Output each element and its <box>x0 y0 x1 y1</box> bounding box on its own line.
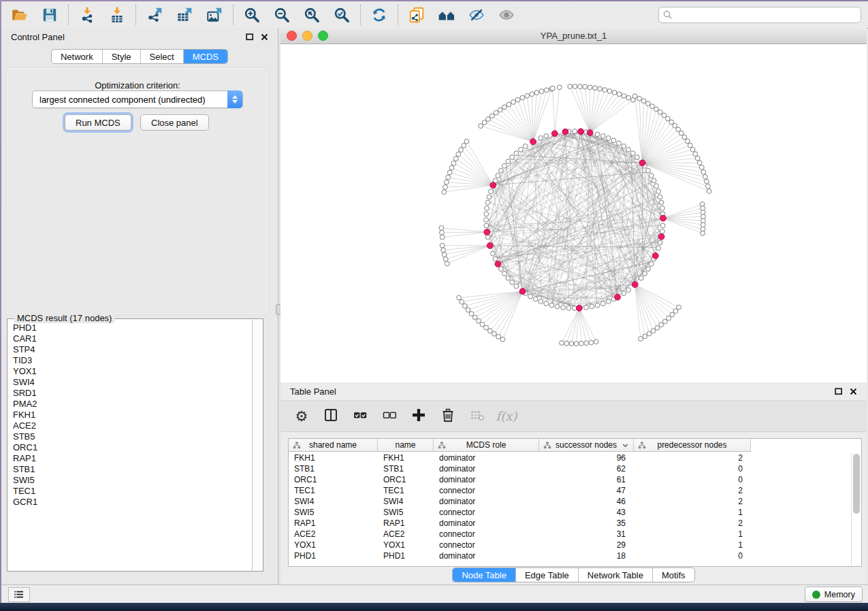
cell-MCDS-role[interactable]: connector <box>434 485 539 496</box>
table-row[interactable]: ACE2ACE2connector311 <box>289 529 851 540</box>
cell-name[interactable]: FKH1 <box>378 452 434 463</box>
window-minimize-icon[interactable] <box>302 31 312 41</box>
close-panel-button[interactable]: Close panel <box>140 114 209 131</box>
table-settings-button[interactable]: ⚙ <box>291 406 312 427</box>
delete-columns-button[interactable] <box>438 406 458 427</box>
cell-successor-nodes[interactable]: 43 <box>539 507 634 518</box>
cell-name[interactable]: ACE2 <box>378 529 434 540</box>
mcds-result-item[interactable]: GCR1 <box>7 497 252 508</box>
mcds-result-item[interactable]: TEC1 <box>7 486 252 497</box>
cell-MCDS-role[interactable]: dominator <box>434 550 539 561</box>
table-row[interactable]: RAP1RAP1dominator352 <box>289 518 851 529</box>
cell-shared-name[interactable]: ACE2 <box>289 529 378 540</box>
table-scrollbar[interactable] <box>851 452 861 565</box>
mcds-result-scrollbar[interactable] <box>252 320 263 570</box>
column-header-name[interactable]: name <box>378 439 434 452</box>
cell-MCDS-role[interactable]: dominator <box>434 518 539 529</box>
cell-successor-nodes[interactable]: 62 <box>539 463 634 474</box>
cell-successor-nodes[interactable]: 18 <box>539 550 634 561</box>
close-panel-icon[interactable] <box>850 388 857 395</box>
cell-shared-name[interactable]: ORC1 <box>289 474 378 485</box>
mcds-result-item[interactable]: SWI4 <box>7 377 252 388</box>
table-scrollbar-thumb[interactable] <box>853 454 860 514</box>
column-header-predecessor-nodes[interactable]: predecessor nodes <box>634 439 751 452</box>
column-header-successor-nodes[interactable]: successor nodes <box>539 439 634 452</box>
cell-successor-nodes[interactable]: 61 <box>539 474 634 485</box>
cell-shared-name[interactable]: FKH1 <box>289 452 378 463</box>
cell-shared-name[interactable]: PHD1 <box>289 550 378 561</box>
cell-predecessor-nodes[interactable]: 2 <box>634 485 751 496</box>
duplicate-network-button[interactable] <box>406 4 428 26</box>
cell-MCDS-role[interactable]: dominator <box>434 474 539 485</box>
cell-shared-name[interactable]: STB1 <box>289 463 378 474</box>
mcds-result-item[interactable]: FKH1 <box>7 410 252 420</box>
cell-MCDS-role[interactable]: connector <box>434 529 539 540</box>
tab-edge-table[interactable]: Edge Table <box>515 568 578 582</box>
cell-name[interactable]: SWI4 <box>378 496 434 507</box>
split-columns-button[interactable] <box>321 406 341 427</box>
tab-mcds[interactable]: MCDS <box>183 50 227 63</box>
search-input[interactable] <box>658 7 861 23</box>
cell-MCDS-role[interactable]: connector <box>434 507 539 518</box>
cell-predecessor-nodes[interactable]: 1 <box>634 540 751 550</box>
cell-MCDS-role[interactable]: dominator <box>434 463 539 474</box>
cell-name[interactable]: RAP1 <box>378 518 434 529</box>
table-row[interactable]: SWI4SWI4dominator462 <box>289 496 851 507</box>
tab-style[interactable]: Style <box>102 50 140 63</box>
network-canvas[interactable] <box>280 44 867 382</box>
column-header-MCDS-role[interactable]: MCDS role <box>434 439 539 452</box>
mcds-result-item[interactable]: PHD1 <box>7 323 252 333</box>
column-header-shared-name[interactable]: shared name <box>289 439 378 452</box>
table-row[interactable]: TEC1TEC1connector472 <box>289 485 851 496</box>
hide-selected-button[interactable] <box>466 4 487 26</box>
float-panel-icon[interactable] <box>835 388 843 395</box>
import-network-button[interactable] <box>76 4 98 26</box>
mcds-result-item[interactable]: CAR1 <box>7 333 252 344</box>
mcds-result-item[interactable]: STB1 <box>7 464 252 475</box>
table-row[interactable]: STB1STB1dominator620 <box>289 463 851 474</box>
export-table-button[interactable] <box>174 4 195 26</box>
cell-predecessor-nodes[interactable]: 0 <box>634 474 751 485</box>
table-row[interactable]: ORC1ORC1dominator610 <box>289 474 851 485</box>
mcds-result-item[interactable]: STP4 <box>7 344 252 355</box>
cell-name[interactable]: SWI5 <box>378 507 434 518</box>
export-image-button[interactable] <box>204 4 225 26</box>
table-row[interactable]: PHD1PHD1dominator180 <box>289 550 851 561</box>
export-network-button[interactable] <box>144 4 165 26</box>
tab-motifs[interactable]: Motifs <box>652 568 694 582</box>
mcds-result-item[interactable]: ORC1 <box>7 442 252 453</box>
mcds-result-item[interactable]: YOX1 <box>7 366 252 377</box>
mcds-result-item[interactable]: SWI5 <box>7 475 252 486</box>
task-history-button[interactable] <box>8 587 30 602</box>
select-all-columns-button[interactable] <box>350 406 370 427</box>
cell-name[interactable]: TEC1 <box>378 485 434 496</box>
cell-shared-name[interactable]: TEC1 <box>289 485 378 496</box>
cell-predecessor-nodes[interactable]: 0 <box>634 550 751 561</box>
tab-select[interactable]: Select <box>140 50 183 63</box>
cell-MCDS-role[interactable]: dominator <box>434 496 539 507</box>
mcds-result-item[interactable]: STB5 <box>7 431 252 442</box>
mcds-result-item[interactable]: PMA2 <box>7 399 252 410</box>
optimization-criterion-select[interactable]: largest connected component (undirected) <box>32 90 243 108</box>
import-table-button[interactable] <box>106 4 128 26</box>
table-row[interactable]: FKH1FKH1dominator962 <box>289 452 851 463</box>
cell-predecessor-nodes[interactable]: 0 <box>634 463 751 474</box>
zoom-selected-button[interactable] <box>331 4 353 26</box>
open-file-button[interactable] <box>9 4 31 26</box>
deselect-all-columns-button[interactable] <box>379 406 400 427</box>
cell-successor-nodes[interactable]: 29 <box>539 540 634 550</box>
cell-predecessor-nodes[interactable]: 1 <box>634 529 751 540</box>
table-row[interactable]: YOX1YOX1connector291 <box>289 540 851 550</box>
save-session-button[interactable] <box>39 4 61 26</box>
zoom-in-button[interactable] <box>241 4 263 26</box>
close-panel-icon[interactable] <box>261 33 268 41</box>
cell-MCDS-role[interactable]: dominator <box>434 452 539 463</box>
cell-successor-nodes[interactable]: 35 <box>539 518 634 529</box>
cell-name[interactable]: PHD1 <box>378 550 434 561</box>
tab-network-table[interactable]: Network Table <box>578 568 652 582</box>
cell-predecessor-nodes[interactable]: 2 <box>634 518 751 529</box>
run-mcds-button[interactable]: Run MCDS <box>65 114 131 131</box>
cell-shared-name[interactable]: RAP1 <box>289 518 378 529</box>
tab-node-table[interactable]: Node Table <box>453 568 515 582</box>
cell-successor-nodes[interactable]: 46 <box>539 496 634 507</box>
